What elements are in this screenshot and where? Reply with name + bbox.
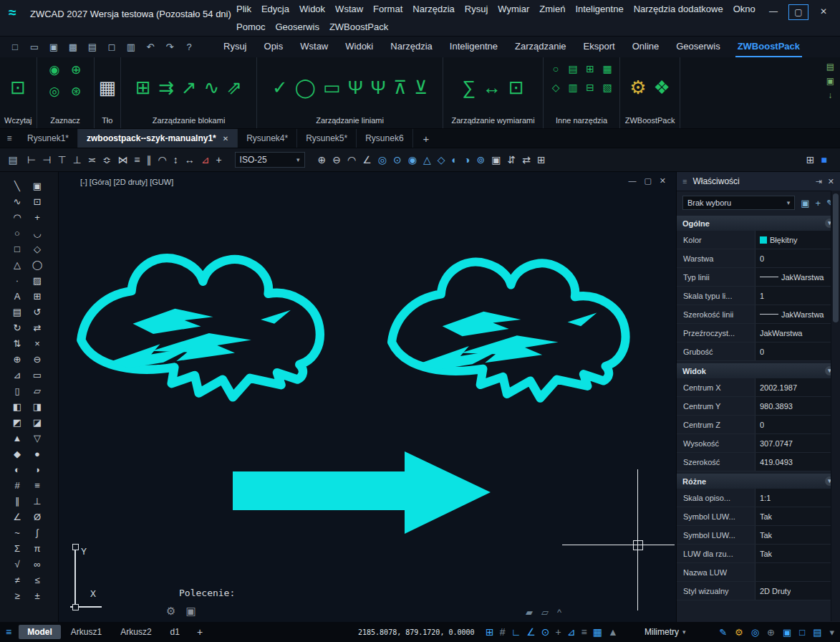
- toolbar-icon[interactable]: ◠: [347, 155, 356, 165]
- property-value[interactable]: JakWarstwa: [755, 268, 831, 286]
- draw-tool-icon[interactable]: ◨: [27, 398, 47, 414]
- selection-dropdown[interactable]: Brak wyboru ▾: [682, 196, 795, 210]
- draw-tool-icon[interactable]: ≠: [7, 572, 27, 588]
- plan-view-icon[interactable]: ▰: [526, 607, 533, 618]
- menu-item[interactable]: Rysuj: [465, 4, 488, 14]
- command-line[interactable]: Polecenie: Określ przeciwległy róg lub […: [179, 559, 544, 622]
- property-value[interactable]: 980.3893: [755, 397, 831, 415]
- toolbar-icon[interactable]: ⊕: [318, 155, 327, 165]
- menu-item[interactable]: Inteligentne: [575, 4, 623, 14]
- fullscreen-icon[interactable]: ▣: [783, 627, 791, 638]
- scrollbar[interactable]: [831, 191, 840, 621]
- ribbon-tab[interactable]: Geoserwis: [674, 37, 722, 57]
- ribbon-tab[interactable]: ZWBoostPack: [735, 37, 802, 57]
- draw-tool-icon[interactable]: ◠: [7, 209, 27, 225]
- draw-tool-icon[interactable]: +: [27, 209, 47, 225]
- property-value[interactable]: 419.0493: [755, 453, 831, 471]
- draw-tool-icon[interactable]: ◡: [27, 225, 47, 241]
- property-value[interactable]: JakWarstwa: [755, 305, 831, 323]
- tool-rows-icon[interactable]: ▥: [568, 82, 577, 92]
- menu-item[interactable]: Pomoc: [236, 21, 265, 32]
- draw-tool-icon[interactable]: ▣: [27, 178, 47, 193]
- draw-tool-icon[interactable]: ◑: [27, 461, 47, 477]
- drawing-entities[interactable]: [59, 172, 676, 622]
- menu-item[interactable]: Narzędzia: [412, 4, 455, 14]
- snap-toggle-icon[interactable]: #: [500, 627, 506, 637]
- help-icon[interactable]: ?: [181, 40, 197, 54]
- tool-minus-icon[interactable]: ⊟: [586, 82, 594, 92]
- ortho-toggle-icon[interactable]: ∟: [511, 627, 521, 637]
- block-edit-icon[interactable]: ⊞: [135, 78, 151, 97]
- section-header-ogolne[interactable]: Ogólne ▾: [677, 216, 840, 231]
- annoscale-toggle-icon[interactable]: ▲: [608, 627, 618, 637]
- line-triangle-icon[interactable]: ⊼: [393, 78, 407, 97]
- dyn-input-toggle-icon[interactable]: ⊿: [567, 627, 576, 637]
- save-icon[interactable]: ▣: [46, 40, 62, 54]
- dashed-circle-icon[interactable]: ◯: [295, 78, 316, 97]
- polar-toggle-icon[interactable]: ∠: [526, 627, 536, 637]
- draw-tool-icon[interactable]: ⇅: [7, 335, 27, 351]
- toolbar-menu-icon[interactable]: ▤: [4, 154, 21, 166]
- section-header-rozne[interactable]: Różne ▾: [677, 474, 840, 489]
- toolbar-icon[interactable]: ⊿: [201, 155, 210, 165]
- undo-icon[interactable]: ↶: [143, 40, 158, 54]
- print-preview-icon[interactable]: ◻: [104, 40, 120, 54]
- minimize-button[interactable]: —: [764, 4, 783, 19]
- block-hatch-icon[interactable]: ∿: [203, 78, 219, 97]
- license-key-icon[interactable]: ⚙: [629, 78, 646, 97]
- block-line-icon[interactable]: ↗: [181, 78, 197, 97]
- toolbar-icon[interactable]: ⊢: [27, 155, 36, 165]
- panel-pin-icon[interactable]: ▣: [826, 76, 834, 86]
- layout-tab[interactable]: d1: [162, 625, 188, 639]
- select-objects-icon[interactable]: +: [816, 198, 821, 209]
- document-tab[interactable]: Rysunek5*: [297, 129, 357, 148]
- settings-gear-icon[interactable]: ⚙: [735, 627, 743, 638]
- menu-item[interactable]: Widok: [299, 4, 325, 14]
- toolbar-icon[interactable]: ◎: [378, 155, 387, 165]
- draw-tool-icon[interactable]: ⊖: [27, 351, 47, 367]
- layout-tab[interactable]: Model: [19, 625, 61, 639]
- autohide-pin-icon[interactable]: ⇥: [816, 177, 822, 186]
- toolbar-icon[interactable]: ∥: [146, 155, 151, 165]
- property-value[interactable]: 0: [755, 416, 831, 433]
- toolbar-icon[interactable]: ≍: [88, 155, 97, 165]
- draw-tool-icon[interactable]: ◧: [7, 398, 27, 414]
- draw-tool-icon[interactable]: ▲: [7, 430, 27, 446]
- drawing-canvas[interactable]: [-] [Góra] [2D druty] [GUW] —▢✕: [59, 172, 676, 622]
- print-icon[interactable]: ▤: [85, 40, 100, 54]
- aerial-view-icon[interactable]: ▱: [541, 607, 549, 618]
- tool-hatch-icon[interactable]: ▧: [602, 82, 612, 92]
- property-value[interactable]: Błękitny: [755, 231, 831, 249]
- draw-tool-icon[interactable]: ⊞: [27, 288, 47, 304]
- toolbar-icon[interactable]: ⊥: [73, 155, 82, 165]
- more-menu-icon[interactable]: ▾: [829, 627, 834, 638]
- property-value[interactable]: 1:1: [755, 489, 831, 507]
- menu-item[interactable]: Geoserwis: [275, 21, 319, 32]
- maximize-button[interactable]: ▢: [788, 4, 808, 20]
- isolate-icon[interactable]: ◎: [751, 627, 759, 638]
- save-all-icon[interactable]: ▩: [65, 40, 81, 54]
- clean-screen-icon[interactable]: □: [799, 627, 805, 638]
- draw-tool-icon[interactable]: ◯: [27, 257, 47, 272]
- toolbar-icon[interactable]: ▣: [491, 155, 501, 165]
- polyline-edit-icon[interactable]: Ψ: [348, 78, 364, 97]
- draw-tool-icon[interactable]: ▭: [27, 367, 47, 383]
- select-by-circle-icon[interactable]: ◉: [49, 64, 60, 76]
- property-value[interactable]: 0: [755, 342, 831, 360]
- draw-tool-icon[interactable]: ⊥: [27, 493, 47, 509]
- draw-tool-icon[interactable]: ∥: [7, 493, 27, 509]
- panel-collapse-icon[interactable]: ▤: [826, 62, 834, 72]
- draw-tool-icon[interactable]: Ø: [27, 509, 47, 524]
- draw-tool-icon[interactable]: ×: [27, 335, 47, 351]
- quickprops-icon[interactable]: ✎: [719, 627, 727, 638]
- close-panel-icon[interactable]: ✕: [828, 177, 834, 186]
- draw-tool-icon[interactable]: ▯: [7, 383, 27, 398]
- workspace-icon[interactable]: ≡: [6, 626, 11, 638]
- dimstyle-combo[interactable]: ISO-25 ▾: [235, 152, 305, 168]
- layout-tab[interactable]: Arkusz2: [112, 625, 160, 639]
- tool-cells-icon[interactable]: ▦: [602, 64, 612, 74]
- close-button[interactable]: ✕: [814, 4, 833, 19]
- block-arrow-icon[interactable]: ⇗: [226, 78, 242, 97]
- toolbar-icon[interactable]: ≡: [134, 155, 140, 165]
- draw-tool-icon[interactable]: ●: [27, 446, 47, 461]
